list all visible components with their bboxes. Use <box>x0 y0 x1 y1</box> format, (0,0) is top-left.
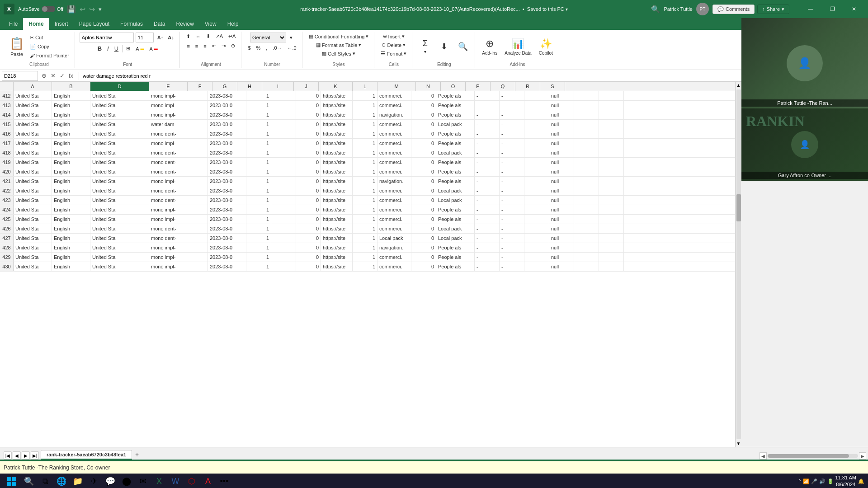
search-taskbar-icon[interactable]: 🔍 <box>22 474 36 488</box>
cell[interactable] <box>524 205 549 214</box>
cell[interactable] <box>574 215 599 224</box>
cell[interactable]: commerci. <box>377 91 411 100</box>
cell[interactable] <box>271 101 296 110</box>
cell[interactable]: 1 <box>353 215 377 224</box>
cell[interactable]: https://site <box>321 243 353 252</box>
cell[interactable] <box>574 148 599 157</box>
cell[interactable]: 1 <box>246 234 271 243</box>
redo-icon[interactable]: ↪ <box>89 5 95 14</box>
cell[interactable] <box>599 139 624 148</box>
maximize-button[interactable]: ❐ <box>822 2 843 16</box>
cell[interactable]: English <box>52 139 90 148</box>
cell[interactable]: United Sta <box>14 158 52 167</box>
cell[interactable]: 2023-08-0 <box>208 224 246 233</box>
col-header-a[interactable]: A <box>14 82 52 91</box>
cell[interactable] <box>524 101 549 110</box>
cell[interactable]: 0 <box>296 215 321 224</box>
tab-help[interactable]: Help <box>222 18 244 30</box>
cell[interactable]: - <box>500 167 524 176</box>
file-explorer-icon[interactable]: 📁 <box>71 474 85 488</box>
cell[interactable]: https://site <box>321 167 353 176</box>
cell[interactable] <box>599 234 624 243</box>
font-color-button[interactable]: A▬ <box>147 45 159 52</box>
tab-prev-button[interactable]: ◀ <box>13 451 21 460</box>
cell[interactable]: - <box>475 177 500 186</box>
cell[interactable]: English <box>52 234 90 243</box>
cell[interactable]: commerci. <box>377 158 411 167</box>
cell[interactable]: 2023-08-0 <box>208 186 246 195</box>
cell[interactable]: 1 <box>353 120 377 129</box>
save-icon[interactable]: 💾 <box>67 5 76 14</box>
cell[interactable]: - <box>475 120 500 129</box>
cell[interactable]: commerci. <box>377 129 411 138</box>
cell[interactable] <box>574 205 599 214</box>
cell[interactable]: 0 <box>296 110 321 119</box>
cell[interactable]: 1 <box>353 262 377 271</box>
cell[interactable]: Local pack <box>436 120 475 129</box>
cell[interactable]: 0 <box>411 234 436 243</box>
border-button[interactable]: ⊞ <box>124 45 132 52</box>
cell[interactable]: United Sta <box>90 224 149 233</box>
cell[interactable] <box>599 177 624 186</box>
cell[interactable]: United Sta <box>90 177 149 186</box>
cell[interactable]: United Sta <box>14 186 52 195</box>
cell[interactable]: 2023-08-0 <box>208 177 246 186</box>
comma-button[interactable]: , <box>264 44 269 52</box>
cell[interactable] <box>574 243 599 252</box>
cell[interactable] <box>574 196 599 205</box>
decrease-indent-button[interactable]: ⇤ <box>210 42 218 50</box>
align-right-button[interactable]: ≡ <box>202 42 208 50</box>
cell[interactable]: People als <box>436 101 475 110</box>
align-middle-button[interactable]: ↔ <box>194 33 203 40</box>
cell[interactable] <box>574 167 599 176</box>
cell[interactable]: United Sta <box>90 167 149 176</box>
cell[interactable]: https://site <box>321 129 353 138</box>
cell[interactable]: null <box>549 177 574 186</box>
cell[interactable]: navigation. <box>377 177 411 186</box>
tab-home[interactable]: Home <box>23 18 49 30</box>
cell[interactable]: https://site <box>321 262 353 271</box>
find-button[interactable]: 🔍 <box>455 40 471 53</box>
cell[interactable]: English <box>52 120 90 129</box>
tab-review[interactable]: Review <box>170 18 199 30</box>
cell[interactable]: English <box>52 101 90 110</box>
cell[interactable] <box>271 215 296 224</box>
tab-insert[interactable]: Insert <box>49 18 74 30</box>
cell[interactable]: 1 <box>246 129 271 138</box>
cell[interactable]: Local pack <box>436 196 475 205</box>
conditional-formatting-button[interactable]: ▤ Conditional Formatting ▾ <box>307 33 371 40</box>
cell[interactable] <box>574 224 599 233</box>
cell[interactable]: mono dent- <box>149 234 208 243</box>
time-display[interactable]: 11:31 AM 8/6/2024 <box>835 474 856 488</box>
cell-styles-button[interactable]: ▧ Cell Styles ▾ <box>320 50 357 57</box>
cell[interactable]: https://site <box>321 158 353 167</box>
cell[interactable]: People als <box>436 91 475 100</box>
cell[interactable]: People als <box>436 129 475 138</box>
cell[interactable]: water dam- <box>149 120 208 129</box>
tab-last-button[interactable]: ▶| <box>31 451 39 460</box>
cell[interactable]: - <box>500 243 524 252</box>
cell[interactable]: 0 <box>411 177 436 186</box>
cell[interactable]: - <box>500 262 524 271</box>
cell[interactable]: 0 <box>296 101 321 110</box>
cell[interactable]: - <box>475 129 500 138</box>
cell[interactable]: English <box>52 167 90 176</box>
cell[interactable]: English <box>52 91 90 100</box>
cell[interactable]: English <box>52 186 90 195</box>
cell[interactable] <box>574 110 599 119</box>
cell[interactable]: null <box>549 167 574 176</box>
cell[interactable] <box>524 158 549 167</box>
cell[interactable] <box>271 110 296 119</box>
align-bottom-button[interactable]: ⬇ <box>204 33 212 40</box>
cell[interactable]: 0 <box>411 101 436 110</box>
cell[interactable] <box>524 167 549 176</box>
col-header-p[interactable]: P <box>466 82 491 91</box>
cell[interactable]: People als <box>436 215 475 224</box>
cell[interactable]: People als <box>436 262 475 271</box>
cell[interactable]: commerci. <box>377 205 411 214</box>
cell[interactable]: - <box>500 205 524 214</box>
col-header-l[interactable]: L <box>353 82 377 91</box>
scroll-track-vertical[interactable] <box>736 89 741 439</box>
cell[interactable] <box>524 196 549 205</box>
cell[interactable] <box>524 129 549 138</box>
